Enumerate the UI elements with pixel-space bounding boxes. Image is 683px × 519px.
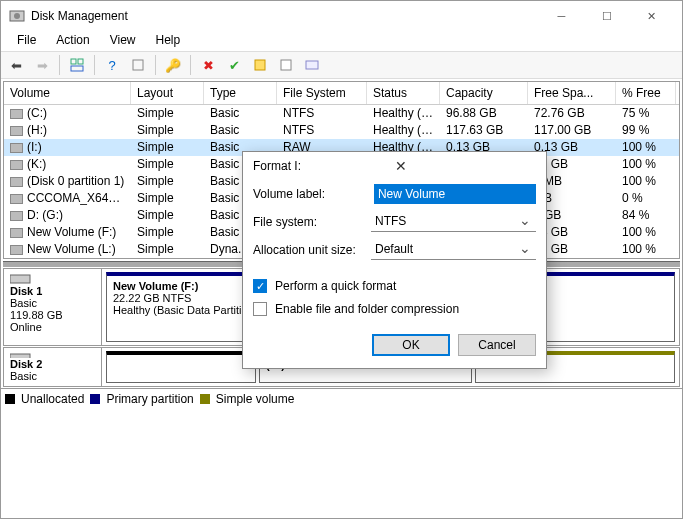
back-button[interactable]: ⬅: [5, 54, 27, 76]
col-free[interactable]: Free Spa...: [528, 82, 616, 104]
legend-primary-swatch: [90, 394, 100, 404]
forward-button[interactable]: ➡: [31, 54, 53, 76]
volume-row[interactable]: (H:)SimpleBasicNTFSHealthy (B...117.63 G…: [4, 122, 679, 139]
disk-name: Disk 1: [10, 285, 95, 297]
minimize-button[interactable]: ─: [539, 1, 584, 31]
close-button[interactable]: ✕: [629, 1, 674, 31]
titlebar: Disk Management ─ ☐ ✕: [1, 1, 682, 31]
format-dialog: Format I: ✕ Volume label: File system: N…: [242, 151, 547, 369]
refresh-button[interactable]: [127, 54, 149, 76]
legend-primary-label: Primary partition: [106, 392, 193, 406]
quick-format-checkbox[interactable]: ✓: [253, 279, 267, 293]
legend-unalloc-label: Unallocated: [21, 392, 84, 406]
disk-info: Disk 2 Basic: [4, 348, 102, 386]
volume-row[interactable]: (C:)SimpleBasicNTFSHealthy (B...96.88 GB…: [4, 105, 679, 122]
volume-label-input[interactable]: [374, 184, 536, 204]
allocation-size-label: Allocation unit size:: [253, 243, 363, 257]
props-button[interactable]: [275, 54, 297, 76]
cancel-button[interactable]: Cancel: [458, 334, 536, 356]
menubar: File Action View Help: [1, 31, 682, 51]
compression-checkbox[interactable]: [253, 302, 267, 316]
dialog-titlebar: Format I: ✕: [243, 152, 546, 180]
dialog-title: Format I:: [253, 159, 389, 173]
volume-label-label: Volume label:: [253, 187, 366, 201]
svg-rect-8: [306, 61, 318, 69]
quick-format-label: Perform a quick format: [275, 279, 396, 293]
menu-help[interactable]: Help: [146, 31, 191, 51]
svg-rect-9: [10, 275, 30, 283]
maximize-button[interactable]: ☐: [584, 1, 629, 31]
volume-icon: [10, 109, 23, 119]
file-system-select[interactable]: NTFS: [371, 212, 536, 232]
volume-icon: [10, 143, 23, 153]
toolbar: ⬅ ➡ ? 🔑 ✖ ✔: [1, 51, 682, 79]
col-pct[interactable]: % Free: [616, 82, 676, 104]
disk-icon: [10, 273, 32, 285]
volume-icon: [10, 194, 23, 204]
svg-rect-4: [71, 66, 83, 71]
legend-simple-swatch: [200, 394, 210, 404]
col-fs[interactable]: File System: [277, 82, 367, 104]
col-capacity[interactable]: Capacity: [440, 82, 528, 104]
svg-rect-7: [281, 60, 291, 70]
svg-rect-2: [71, 59, 76, 64]
volume-icon: [10, 228, 23, 238]
settings-button[interactable]: 🔑: [162, 54, 184, 76]
disk-size: 119.88 GB: [10, 309, 95, 321]
disk-mgmt-icon: [9, 8, 25, 24]
list-header: Volume Layout Type File System Status Ca…: [4, 82, 679, 105]
volume-icon: [10, 245, 23, 255]
legend-simple-label: Simple volume: [216, 392, 295, 406]
check-button[interactable]: ✔: [223, 54, 245, 76]
disk-kind: Basic: [10, 297, 95, 309]
col-status[interactable]: Status: [367, 82, 440, 104]
allocation-size-select[interactable]: Default: [371, 240, 536, 260]
delete-button[interactable]: ✖: [197, 54, 219, 76]
svg-rect-5: [133, 60, 143, 70]
disk-kind: Basic: [10, 370, 95, 382]
legend: Unallocated Primary partition Simple vol…: [1, 388, 682, 408]
window-title: Disk Management: [31, 9, 539, 23]
volume-icon: [10, 160, 23, 170]
dialog-close-button[interactable]: ✕: [389, 158, 537, 174]
partition-unallocated[interactable]: [106, 351, 256, 383]
extra-button[interactable]: [301, 54, 323, 76]
disk-info: Disk 1 Basic 119.88 GB Online: [4, 269, 102, 345]
disk-status: Online: [10, 321, 95, 333]
ok-button[interactable]: OK: [372, 334, 450, 356]
legend-unalloc-swatch: [5, 394, 15, 404]
menu-action[interactable]: Action: [46, 31, 99, 51]
svg-rect-6: [255, 60, 265, 70]
volume-icon: [10, 177, 23, 187]
new-button[interactable]: [249, 54, 271, 76]
views-button[interactable]: [66, 54, 88, 76]
svg-rect-3: [78, 59, 83, 64]
menu-view[interactable]: View: [100, 31, 146, 51]
svg-point-1: [14, 13, 20, 19]
col-layout[interactable]: Layout: [131, 82, 204, 104]
compression-label: Enable file and folder compression: [275, 302, 459, 316]
col-type[interactable]: Type: [204, 82, 277, 104]
disk-name: Disk 2: [10, 358, 95, 370]
col-volume[interactable]: Volume: [4, 82, 131, 104]
volume-icon: [10, 211, 23, 221]
menu-file[interactable]: File: [7, 31, 46, 51]
volume-icon: [10, 126, 23, 136]
file-system-label: File system:: [253, 215, 363, 229]
help-button[interactable]: ?: [101, 54, 123, 76]
